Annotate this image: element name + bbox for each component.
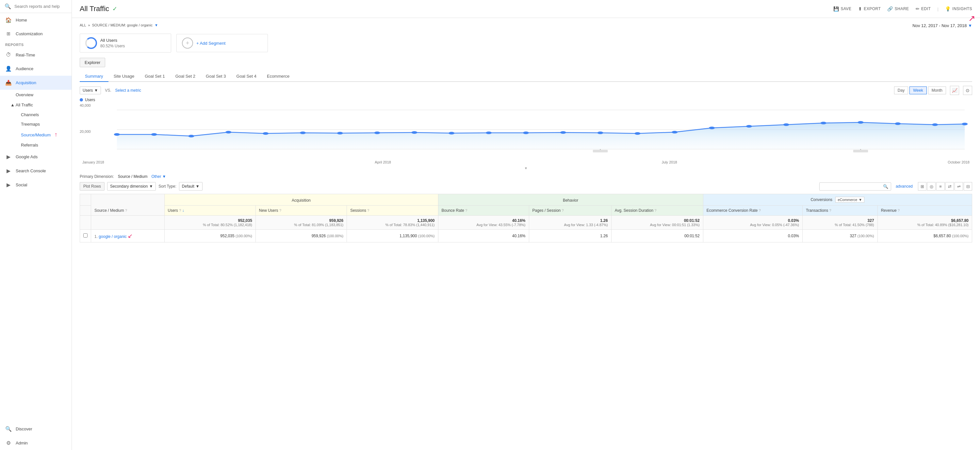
new-users-help[interactable]: ? (279, 209, 281, 212)
tab-ecommerce[interactable]: Ecommerce (262, 71, 295, 82)
search-input[interactable] (14, 4, 67, 9)
sidebar-expandable-alltraffic[interactable]: ▲ All Traffic (0, 100, 72, 110)
sidebar-item-searchconsole[interactable]: ▶ Search Console (0, 164, 72, 178)
row1-checkbox-input[interactable] (83, 233, 88, 238)
bounce-help[interactable]: ? (465, 209, 467, 212)
tab-goalset4[interactable]: Goal Set 4 (231, 71, 262, 82)
sidebar-item-acquisition[interactable]: 📥 Acquisition (0, 76, 72, 90)
sidebar-item-discover[interactable]: 🔍 Discover (0, 422, 72, 436)
tab-goalset3[interactable]: Goal Set 3 (200, 71, 231, 82)
row1-users-value: 952,035 (220, 234, 234, 238)
sidebar-item-admin[interactable]: ⚙ Admin (0, 436, 72, 450)
table-search-box[interactable]: 🔍 (819, 182, 891, 190)
insights-button[interactable]: 💡 INSIGHTS (945, 6, 972, 11)
totals-avg-value: 00:01:52 (684, 218, 700, 223)
realtime-label: Real-Time (16, 52, 35, 57)
table-search-input[interactable] (822, 184, 881, 189)
sidebar-item-realtime[interactable]: ⏱ Real-Time (0, 48, 72, 62)
segment-box-primary: All Users 80.52% Users (80, 33, 171, 52)
row1-source-link[interactable]: google / organic (99, 234, 126, 239)
period-week-button[interactable]: Week (910, 87, 926, 94)
sort-type-dropdown[interactable]: Default ▼ (179, 182, 202, 190)
sidebar-item-googleads[interactable]: ▶ Google Ads (0, 150, 72, 164)
line-chart-button[interactable]: 📈 (950, 86, 959, 95)
pie-view-icon[interactable]: ◎ (927, 182, 935, 190)
tab-siteusage[interactable]: Site Usage (108, 71, 140, 82)
share-button[interactable]: 🔗 SHARE (887, 6, 909, 11)
totals-ecommerce: 0.03% Avg for View: 0.05% (-47.36%) (703, 216, 802, 230)
add-segment-button[interactable]: + + Add Segment (177, 34, 268, 52)
svg-point-23 (821, 122, 826, 124)
transactions-help[interactable]: ? (829, 209, 831, 212)
save-button[interactable]: 💾 SAVE (833, 6, 852, 11)
other-dropdown-arrow: ▼ (162, 174, 166, 179)
grid-view-icon[interactable]: ⊞ (918, 182, 926, 190)
search-bar[interactable]: 🔍 (0, 0, 72, 13)
edit-button[interactable]: ✏ EDIT (916, 6, 931, 11)
row1-bounce: 40.16% (438, 230, 529, 242)
revenue-help[interactable]: ? (898, 209, 900, 212)
date-range[interactable]: Nov 12, 2017 - Nov 17, 2018 ▼ ↗ (912, 23, 972, 28)
breadcrumb-dropdown[interactable]: ▼ (154, 23, 158, 27)
breadcrumb-all[interactable]: ALL (80, 23, 86, 27)
sidebar-item-audience[interactable]: 👤 Audience (0, 62, 72, 76)
conversions-dropdown[interactable]: eCommerce ▼ (835, 197, 864, 203)
row1-checkbox[interactable] (80, 230, 91, 242)
sidebar-item-home[interactable]: 🏠 Home (0, 13, 72, 27)
advanced-link[interactable]: advanced (896, 184, 913, 189)
ecommerce-help[interactable]: ? (759, 209, 761, 212)
totals-revenue-pct: % of Total: 40.89% ($16,281.10) (881, 223, 969, 227)
sessions-help[interactable]: ? (367, 209, 369, 212)
totals-sessions-pct: % of Total: 78.83% (1,440,911) (350, 223, 434, 227)
sidebar-sub-item-overview[interactable]: Overview (0, 90, 72, 100)
secondary-dim-arrow: ▼ (149, 184, 153, 189)
period-day-button[interactable]: Day (894, 87, 908, 94)
header-row: ALL » SOURCE / MEDIUM: google / organic … (80, 23, 972, 31)
metric-dropdown[interactable]: Users ▼ (80, 87, 101, 94)
reports-section-label: REPORTS (0, 40, 72, 48)
users-sort-arrow[interactable]: ↓ (182, 208, 184, 213)
svg-point-17 (598, 132, 603, 134)
th-transactions: Transactions ? (802, 206, 877, 216)
table-view-icon[interactable]: ≡ (936, 182, 945, 190)
bar-chart-button[interactable]: ⊙ (963, 86, 972, 95)
sidebar-sub-sub-channels[interactable]: Channels (0, 110, 72, 119)
date-range-dropdown[interactable]: ▼ (968, 23, 972, 28)
sidebar-sub-sub-referrals[interactable]: Referrals (0, 140, 72, 150)
tab-summary[interactable]: Summary (80, 71, 108, 82)
secondary-dimension-dropdown[interactable]: Secondary dimension ▼ (107, 182, 156, 190)
explorer-tab[interactable]: Explorer (80, 58, 105, 67)
primary-dim-label: Primary Dimension: (80, 174, 114, 179)
svg-point-19 (671, 131, 678, 133)
period-month-button[interactable]: Month (928, 87, 946, 94)
row1-sessions: 1,135,900 (100.00%) (347, 230, 438, 242)
export-button[interactable]: ⬆ EXPORT (858, 6, 881, 11)
tab-goalset1[interactable]: Goal Set 1 (140, 71, 170, 82)
tab-goalset2[interactable]: Goal Set 2 (170, 71, 200, 82)
select-metric-link[interactable]: Select a metric (115, 88, 141, 93)
dim-source-medium[interactable]: Source / Medium (118, 174, 148, 179)
avg-help[interactable]: ? (655, 209, 657, 212)
users-header: Users (168, 208, 178, 213)
transactions-header: Transactions (806, 208, 828, 213)
svg-point-24 (858, 121, 863, 124)
source-medium-help-icon[interactable]: ? (125, 209, 127, 212)
scroll-indicator[interactable]: ▼ (80, 165, 972, 170)
other-dropdown[interactable]: Other ▼ (151, 174, 166, 179)
pivot-view-icon[interactable]: ⇌ (955, 182, 963, 190)
sidebar-sub-sub-treemaps[interactable]: Treemaps (0, 119, 72, 129)
users-help[interactable]: ? (179, 209, 181, 212)
row1-new-users-value: 959,926 (312, 234, 326, 238)
revenue-header: Revenue (881, 208, 897, 213)
treemaps-label: Treemaps (21, 122, 40, 127)
custom-view-icon[interactable]: ⊟ (964, 182, 972, 190)
home-icon: 🏠 (5, 17, 12, 23)
pages-help[interactable]: ? (562, 209, 564, 212)
sidebar-sub-sub-sourcemedium[interactable]: Source/Medium ↑ (0, 129, 72, 140)
sidebar-item-social[interactable]: ▶ Social (0, 178, 72, 192)
compare-view-icon[interactable]: ⇄ (945, 182, 954, 190)
searchconsole-icon: ▶ (5, 168, 12, 174)
plot-rows-button[interactable]: Plot Rows (80, 182, 105, 190)
sidebar-item-customization[interactable]: ⊞ Customization (0, 27, 72, 40)
row1-revenue-pct: (100.00%) (952, 234, 969, 238)
